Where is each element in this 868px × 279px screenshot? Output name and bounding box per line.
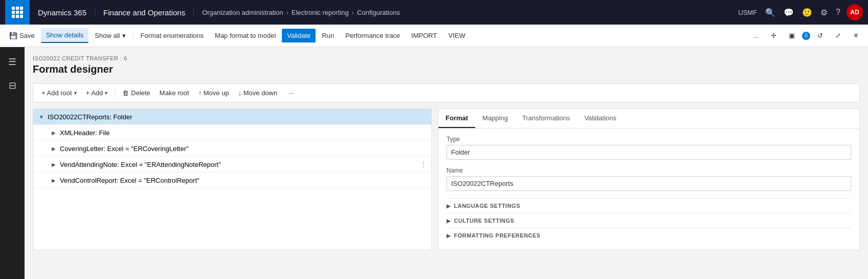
performance-trace-button[interactable]: Performance trace xyxy=(340,29,405,42)
top-navigation: Dynamics 365 Finance and Operations Orga… xyxy=(0,0,868,25)
make-root-button[interactable]: Make root xyxy=(155,87,193,99)
sub-breadcrumb: ISO20022 CREDIT TRANSFER : 6 xyxy=(33,55,860,61)
waffle-icon xyxy=(12,7,23,18)
properties-panel: Format Mapping Transformations Validatio… xyxy=(438,109,860,250)
settings-icon[interactable]: ⚙ xyxy=(818,6,830,19)
app-name: Dynamics 365 xyxy=(30,8,95,17)
refresh-icon[interactable]: ↺ xyxy=(812,29,828,42)
tree-panel: ▼ ISO20022CTReports: Folder ▶ XMLHeader:… xyxy=(33,109,432,250)
show-all-chevron: ▾ xyxy=(122,32,126,39)
command-bar-right: ... ✛ ▣ 0 ↺ ⤢ ✕ xyxy=(748,29,864,42)
culture-settings-section[interactable]: ▶ CULTURE SETTINGS xyxy=(447,213,851,228)
props-tabs: Format Mapping Transformations Validatio… xyxy=(438,109,859,128)
command-bar: 💾 Save Show details Show all ▾ Format en… xyxy=(0,25,868,47)
toolbar-separator xyxy=(115,88,115,98)
tree-item-label: VendControlReport: Excel = "ERControlRep… xyxy=(58,177,427,184)
props-body: Type Name ▶ LANGUAGE SETTINGS ▶ CULTURE … xyxy=(438,128,859,250)
show-details-button[interactable]: Show details xyxy=(41,28,89,43)
expand-icon[interactable]: ⤢ xyxy=(830,29,846,42)
tree-row[interactable]: ▼ ISO20022CTReports: Folder xyxy=(33,109,431,125)
tree-item-label: XMLHeader: File xyxy=(58,129,427,137)
top-nav-right: USMF 🔍 💬 🙂 ⚙ ? AD xyxy=(738,4,863,20)
type-input[interactable] xyxy=(447,145,851,160)
module-name: Finance and Operations xyxy=(95,8,194,17)
type-label: Type xyxy=(447,136,851,143)
notification-badge[interactable]: 0 xyxy=(802,32,810,40)
tree-collapse-arrow[interactable]: ▼ xyxy=(37,113,46,121)
tree-row[interactable]: ▶ XMLHeader: File xyxy=(33,125,431,141)
smiley-icon[interactable]: 🙂 xyxy=(800,6,814,19)
name-group: Name xyxy=(447,167,851,191)
language-settings-section[interactable]: ▶ LANGUAGE SETTINGS xyxy=(447,198,851,213)
tree-item-label: CoveringLetter: Excel = "ERCoveringLette… xyxy=(58,145,427,153)
breadcrumb: Organization administration › Electronic… xyxy=(194,9,738,16)
more-options-button[interactable]: ··· xyxy=(284,87,298,99)
hamburger-icon[interactable]: ☰ xyxy=(3,51,21,73)
format-enumerations-button[interactable]: Format enumerations xyxy=(136,29,209,42)
view-button[interactable]: VIEW xyxy=(443,29,470,42)
filter-icon[interactable]: ⊟ xyxy=(4,75,21,96)
import-button[interactable]: IMPORT xyxy=(406,29,442,42)
tree-row[interactable]: ▶ VendControlReport: Excel = "ERControlR… xyxy=(33,173,431,188)
tab-format[interactable]: Format xyxy=(438,109,475,128)
name-label: Name xyxy=(447,167,851,174)
show-all-button[interactable]: Show all ▾ xyxy=(90,29,130,42)
add-button[interactable]: + Add ▾ xyxy=(82,87,112,99)
chat-icon[interactable]: 💬 xyxy=(782,6,796,19)
tree-row[interactable]: ▶ VendAttendingNote: Excel = "ERAttendin… xyxy=(33,157,431,173)
separator xyxy=(133,30,133,42)
tree-expand-arrow[interactable]: ▶ xyxy=(50,160,58,168)
save-button[interactable]: 💾 Save xyxy=(4,29,40,42)
close-button[interactable]: ✕ xyxy=(848,29,864,42)
tree-expand-arrow[interactable]: ▶ xyxy=(50,128,58,137)
move-down-button[interactable]: ↓ Move down xyxy=(234,87,282,99)
type-group: Type xyxy=(447,136,851,160)
move-up-button[interactable]: ↑ Move up xyxy=(194,87,233,99)
tree-expand-arrow[interactable]: ▶ xyxy=(50,144,58,153)
name-input[interactable] xyxy=(447,176,851,191)
tab-mapping[interactable]: Mapping xyxy=(475,109,515,128)
main-layout: ☰ ⊟ ISO20022 CREDIT TRANSFER : 6 Format … xyxy=(0,47,868,279)
delete-icon: 🗑 xyxy=(122,89,129,97)
map-format-to-model-button[interactable]: Map format to model xyxy=(210,29,281,42)
run-button[interactable]: Run xyxy=(317,29,339,42)
expand-arrow: ▶ xyxy=(447,233,451,239)
office-icon[interactable]: ▣ xyxy=(784,29,800,42)
drag-handle[interactable]: ⋮ xyxy=(420,160,427,168)
formatting-preferences-section[interactable]: ▶ FORMATTING PREFERENCES xyxy=(447,228,851,243)
more-button[interactable]: ... xyxy=(748,29,764,42)
tab-transformations[interactable]: Transformations xyxy=(515,109,577,128)
format-toolbar: + Add root ▾ + Add ▾ 🗑 Delete Make root … xyxy=(33,83,860,102)
tree-item-label: VendAttendingNote: Excel = "ERAttendingN… xyxy=(58,161,420,168)
region-label: USMF xyxy=(738,9,757,16)
delete-button[interactable]: 🗑 Delete xyxy=(118,87,154,99)
add-chevron: ▾ xyxy=(105,90,107,96)
search-icon[interactable]: 🔍 xyxy=(763,6,777,19)
sidebar-left: ☰ ⊟ xyxy=(0,47,25,279)
tree-row[interactable]: ▶ CoveringLetter: Excel = "ERCoveringLet… xyxy=(33,141,431,157)
expand-arrow: ▶ xyxy=(447,203,451,209)
avatar[interactable]: AD xyxy=(847,4,863,20)
tree-expand-arrow[interactable]: ▶ xyxy=(50,176,58,184)
tree-item-label: ISO20022CTReports: Folder xyxy=(46,113,427,121)
expand-arrow: ▶ xyxy=(447,218,451,224)
waffle-menu[interactable] xyxy=(5,0,30,25)
save-icon: 💾 xyxy=(9,32,17,39)
crosshair-icon[interactable]: ✛ xyxy=(766,29,782,42)
add-root-button[interactable]: + Add root ▾ xyxy=(37,87,81,99)
page-title: Format designer xyxy=(33,63,860,75)
main-content: ISO20022 CREDIT TRANSFER : 6 Format desi… xyxy=(25,47,868,279)
add-root-chevron: ▾ xyxy=(74,90,77,96)
tab-validations[interactable]: Validations xyxy=(577,109,624,128)
help-icon[interactable]: ? xyxy=(834,6,842,19)
split-layout: ▼ ISO20022CTReports: Folder ▶ XMLHeader:… xyxy=(33,109,860,250)
validate-button[interactable]: Validate xyxy=(282,29,316,42)
